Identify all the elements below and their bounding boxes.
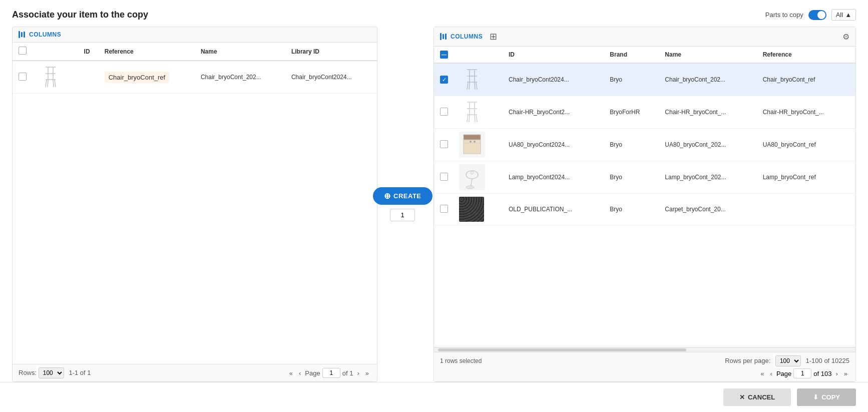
first-page-btn-left[interactable]: « bbox=[287, 368, 295, 378]
plus-circle-icon: ⊕ bbox=[384, 191, 391, 201]
left-row-image-cell bbox=[33, 61, 79, 94]
right-row1-id: Chair_bryoCont2024... bbox=[504, 63, 605, 96]
right-table-row[interactable]: Chair-HR_bryoCont2... BryoForHR Chair-HR… bbox=[434, 96, 855, 129]
prev-page-btn-left[interactable]: ‹ bbox=[297, 368, 303, 378]
right-row3-id: UA80_bryoCont2024... bbox=[504, 129, 605, 161]
right-table: ID Brand Name Reference bbox=[434, 47, 855, 225]
right-horizontal-scrollbar[interactable] bbox=[434, 347, 855, 352]
left-row-image bbox=[38, 64, 64, 90]
svg-line-16 bbox=[469, 82, 470, 90]
svg-line-5 bbox=[46, 80, 47, 87]
cancel-button[interactable]: ✕ CANCEL bbox=[723, 388, 791, 406]
svg-line-6 bbox=[55, 80, 56, 87]
svg-rect-27 bbox=[464, 140, 481, 154]
right-row3-checkbox[interactable] bbox=[440, 140, 448, 148]
left-header-id: ID bbox=[79, 43, 100, 61]
page-label-left: Page bbox=[305, 369, 320, 377]
svg-point-31 bbox=[474, 141, 476, 143]
svg-line-7 bbox=[48, 80, 48, 87]
left-footer-rows: Rows: 100 1-1 of 1 bbox=[19, 367, 91, 378]
right-header-id: ID bbox=[504, 47, 605, 63]
right-pagination: « ‹ Page of 103 › » bbox=[440, 368, 849, 378]
page-input-right[interactable] bbox=[793, 368, 811, 378]
right-header-checkbox[interactable] bbox=[434, 47, 454, 63]
left-table: ID Reference Name Library ID bbox=[13, 43, 377, 94]
right-row1-name: Chair_bryoCont_202... bbox=[660, 63, 757, 96]
next-page-btn-left[interactable]: › bbox=[355, 368, 361, 378]
parts-to-copy-toggle[interactable] bbox=[808, 10, 826, 20]
right-row2-checkbox[interactable] bbox=[440, 108, 448, 116]
right-footer-top: 1 rows selected Rows per page: 100 1-100… bbox=[440, 355, 849, 366]
select-all-checkbox-right[interactable] bbox=[440, 51, 448, 59]
dialog: Associate your item to the copy Parts to… bbox=[0, 0, 868, 412]
right-table-row[interactable]: Lamp_bryoCont2024... Bryo Lamp_bryoCont_… bbox=[434, 161, 855, 194]
svg-line-26 bbox=[475, 115, 475, 122]
right-table-row[interactable]: UA80_bryoCont2024... Bryo UA80_bryoCont_… bbox=[434, 129, 855, 161]
left-range: 1-1 of 1 bbox=[69, 369, 91, 376]
right-columns-label: COLUMNS bbox=[451, 33, 483, 40]
prev-page-btn-right[interactable]: ‹ bbox=[768, 369, 774, 378]
right-row1-checkbox[interactable] bbox=[440, 76, 448, 84]
left-toolbar: COLUMNS bbox=[13, 27, 377, 43]
right-panel-footer: 1 rows selected Rows per page: 100 1-100… bbox=[434, 352, 855, 381]
dialog-footer: ✕ CANCEL ⬇ COPY bbox=[0, 382, 868, 412]
right-row4-name: Lamp_bryoCont_202... bbox=[660, 161, 757, 194]
rows-select-right[interactable]: 100 bbox=[775, 355, 801, 366]
right-row5-brand: Bryo bbox=[605, 194, 660, 225]
right-row4-reference: Lamp_bryoCont_ref bbox=[758, 161, 855, 194]
left-header-reference: Reference bbox=[100, 43, 196, 61]
left-row-id bbox=[79, 61, 100, 94]
right-row3-reference: UA80_bryoCont_ref bbox=[758, 129, 855, 161]
dialog-title: Associate your item to the copy bbox=[12, 10, 148, 20]
rows-select-left[interactable]: 100 bbox=[39, 367, 64, 378]
svg-rect-28 bbox=[464, 135, 481, 140]
right-row4-id: Lamp_bryoCont2024... bbox=[504, 161, 605, 194]
create-button[interactable]: ⊕ CREATE bbox=[373, 187, 432, 205]
left-table-row[interactable]: Chair_bryoCont_ref Chair_bryoCont_202...… bbox=[13, 61, 377, 94]
right-table-row[interactable]: OLD_PUBLICATION_... Bryo Carpet_bryoCont… bbox=[434, 194, 855, 225]
left-panel: COLUMNS ID Reference Name Library I bbox=[12, 27, 377, 382]
copy-button-label: COPY bbox=[821, 393, 840, 401]
left-row-library-id: Chair_bryoCont2024... bbox=[286, 61, 377, 94]
right-footer-rows-control: Rows per page: 100 1-100 of 10225 bbox=[725, 355, 849, 366]
right-row2-id: Chair-HR_bryoCont2... bbox=[504, 96, 605, 129]
columns-icon-left bbox=[19, 31, 25, 38]
left-row-checkbox[interactable] bbox=[19, 73, 27, 81]
left-row-name: Chair_bryoCont_202... bbox=[196, 61, 286, 94]
right-table-row[interactable]: Chair_bryoCont2024... Bryo Chair_bryoCon… bbox=[434, 63, 855, 96]
page-input-left[interactable] bbox=[322, 368, 340, 378]
filter-icon[interactable]: ⊞ bbox=[490, 31, 497, 42]
left-table-container[interactable]: ID Reference Name Library ID bbox=[13, 43, 377, 364]
right-row1-reference: Chair_bryoCont_ref bbox=[758, 63, 855, 96]
scrollbar-thumb bbox=[438, 348, 686, 351]
last-page-btn-right[interactable]: » bbox=[842, 369, 849, 378]
right-row4-checkbox[interactable] bbox=[440, 173, 448, 181]
right-row1-image-cell bbox=[454, 63, 504, 96]
right-table-container[interactable]: ID Brand Name Reference bbox=[434, 47, 855, 347]
right-panel: COLUMNS ⊞ ⚙ ID Brand Name bbox=[433, 27, 856, 382]
right-row5-id: OLD_PUBLICATION_... bbox=[504, 194, 605, 225]
settings-icon[interactable]: ⚙ bbox=[842, 32, 849, 42]
right-row1-checkbox-cell[interactable] bbox=[434, 63, 454, 96]
left-header-checkbox[interactable] bbox=[13, 43, 33, 61]
right-row2-reference: Chair-HR_bryoCont_... bbox=[758, 96, 855, 129]
of-label-left: of 1 bbox=[342, 369, 353, 377]
right-row5-checkbox[interactable] bbox=[440, 205, 448, 213]
first-page-btn-right[interactable]: « bbox=[758, 369, 766, 378]
right-range: 1-100 of 10225 bbox=[806, 357, 849, 364]
x-circle-icon: ✕ bbox=[739, 393, 745, 401]
all-dropdown[interactable]: All ▲ bbox=[831, 9, 856, 21]
cancel-button-label: CANCEL bbox=[748, 393, 775, 401]
create-number-input[interactable] bbox=[390, 209, 415, 221]
left-row-checkbox-cell[interactable] bbox=[13, 61, 33, 94]
last-page-btn-left[interactable]: » bbox=[363, 368, 371, 378]
next-page-btn-right[interactable]: › bbox=[833, 369, 839, 378]
right-row3-brand: Bryo bbox=[605, 129, 660, 161]
copy-button[interactable]: ⬇ COPY bbox=[797, 388, 856, 406]
left-columns-label: COLUMNS bbox=[29, 31, 61, 38]
right-row5-name: Carpet_bryoCont_20... bbox=[660, 194, 757, 225]
right-header-reference: Reference bbox=[758, 47, 855, 63]
select-all-checkbox-left[interactable] bbox=[19, 47, 27, 55]
page-label-right: Page bbox=[776, 370, 791, 377]
left-row-reference: Chair_bryoCont_ref bbox=[100, 61, 196, 94]
